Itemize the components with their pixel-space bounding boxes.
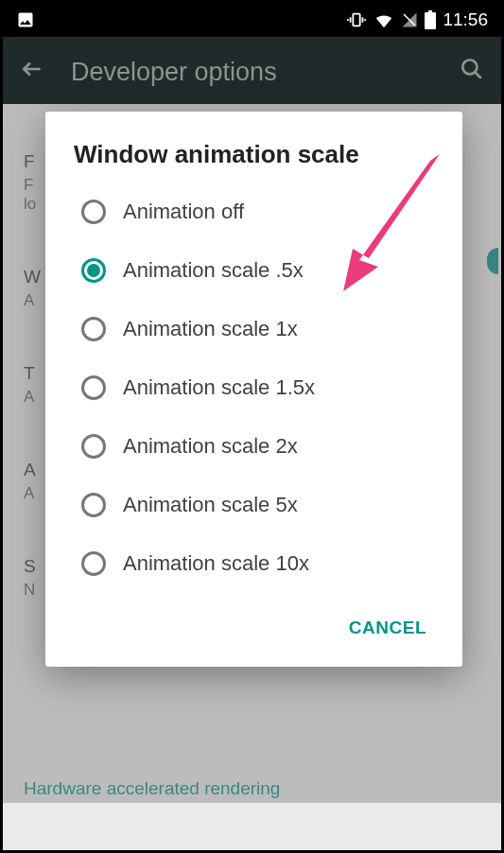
- bottom-strip: [3, 803, 501, 850]
- image-icon: [16, 10, 35, 29]
- svg-rect-7: [428, 10, 432, 12]
- svg-point-8: [462, 60, 477, 74]
- radio-icon: [81, 200, 106, 224]
- radio-icon: [81, 551, 106, 576]
- radio-icon: [81, 434, 106, 459]
- radio-label: Animation scale 5x: [123, 493, 298, 517]
- radio-option-1[interactable]: Animation scale .5x: [74, 241, 462, 300]
- radio-label: Animation scale 1x: [123, 317, 298, 341]
- cancel-button[interactable]: CANCEL: [339, 610, 436, 646]
- radio-option-2[interactable]: Animation scale 1x: [74, 300, 462, 358]
- page-title: Developer options: [71, 58, 433, 87]
- radio-option-0[interactable]: Animation off: [74, 183, 462, 241]
- battery-icon: [425, 10, 436, 29]
- wifi-icon: [374, 9, 394, 30]
- time-label: 11:56: [443, 9, 488, 30]
- animation-scale-dialog: Window animation scale Animation offAnim…: [45, 112, 462, 667]
- dialog-title: Window animation scale: [45, 140, 462, 183]
- radio-icon: [81, 317, 106, 341]
- radio-icon: [81, 493, 106, 517]
- radio-label: Animation scale 1.5x: [123, 375, 315, 400]
- signal-icon: [401, 11, 418, 28]
- app-bar: Developer options: [3, 37, 501, 107]
- svg-rect-6: [425, 12, 436, 29]
- radio-label: Animation scale 10x: [123, 551, 309, 576]
- svg-line-9: [475, 72, 481, 78]
- back-arrow-icon[interactable]: [20, 57, 44, 88]
- radio-option-3[interactable]: Animation scale 1.5x: [74, 358, 462, 417]
- status-bar: 11:56: [3, 3, 501, 37]
- radio-icon: [81, 375, 106, 400]
- radio-option-4[interactable]: Animation scale 2x: [74, 417, 462, 476]
- radio-label: Animation scale .5x: [123, 258, 304, 283]
- radio-label: Animation scale 2x: [123, 434, 298, 459]
- radio-option-5[interactable]: Animation scale 5x: [74, 476, 462, 534]
- radio-option-6[interactable]: Animation scale 10x: [74, 534, 462, 593]
- vibrate-icon: [346, 9, 367, 30]
- radio-label: Animation off: [123, 200, 244, 224]
- svg-rect-0: [354, 14, 360, 26]
- search-icon[interactable]: [460, 57, 484, 88]
- radio-icon: [81, 258, 106, 283]
